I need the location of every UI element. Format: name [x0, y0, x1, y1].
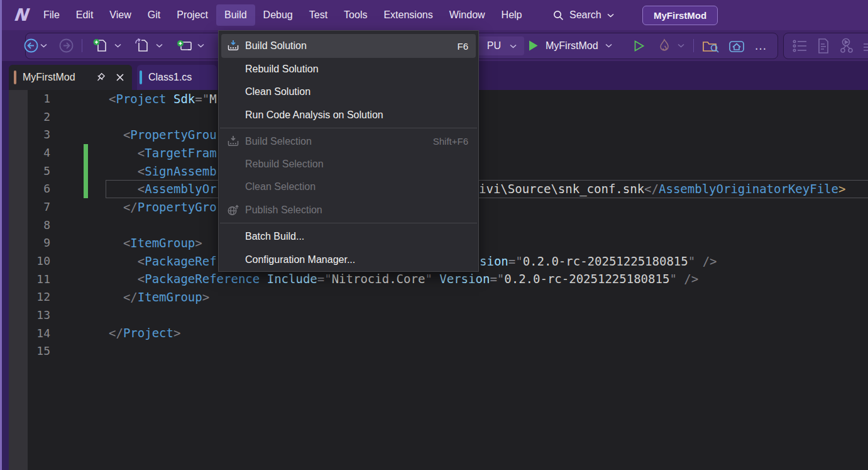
start-without-debug-icon[interactable]: [634, 30, 645, 61]
start-debug-button[interactable]: MyFirstMod: [528, 30, 612, 61]
hot-reload-icon: [657, 30, 671, 61]
tab-label: MyFirstMod: [23, 72, 75, 83]
change-tracking-bar: [84, 144, 88, 162]
code-line-12[interactable]: </ItemGroup>: [109, 288, 868, 306]
pin-icon[interactable]: [94, 72, 106, 83]
menu-item-label: Batch Build...: [245, 231, 304, 242]
test-run-icon: [840, 30, 857, 61]
build-icon: [226, 135, 245, 148]
menu-item-label: Configuration Manager...: [245, 254, 355, 266]
back-button[interactable]: [23, 30, 39, 61]
toolbar-separator: [693, 39, 694, 52]
visual-studio-window: N FileEditViewGitProjectBuildDebugTestTo…: [0, 0, 868, 470]
visual-studio-logo-icon: N: [9, 5, 32, 25]
open-file-chevron[interactable]: [156, 30, 163, 61]
platform-combo-text: PU: [487, 40, 501, 52]
menu-item-clean-solution[interactable]: Clean Solution: [219, 81, 478, 103]
find-in-files-icon[interactable]: [702, 30, 720, 61]
search-label: Search: [569, 9, 602, 21]
new-file-icon[interactable]: [92, 30, 109, 61]
menubar-item-tools[interactable]: Tools: [336, 4, 375, 26]
menubar-item-build[interactable]: Build: [216, 4, 255, 26]
menu-item-run-code-analysis-on-solution[interactable]: Run Code Analysis on Solution: [219, 103, 478, 126]
menu-bar: FileEditViewGitProjectBuildDebugTestTool…: [35, 4, 530, 26]
menu-item-label: Rebuild Solution: [245, 64, 319, 75]
menu-item-build-solution[interactable]: Build SolutionF6: [221, 34, 476, 58]
overflow-dots[interactable]: …: [754, 30, 767, 61]
back-history-chevron[interactable]: [40, 30, 47, 61]
menubar-item-edit[interactable]: Edit: [68, 4, 102, 26]
menubar-item-extensions[interactable]: Extensions: [375, 4, 441, 26]
forward-button: [58, 30, 74, 61]
menu-item-rebuild-solution[interactable]: Rebuild Solution: [219, 58, 478, 81]
tab-accent-bar: [140, 70, 142, 84]
home-icon[interactable]: [728, 30, 745, 61]
menubar-item-test[interactable]: Test: [301, 4, 336, 26]
menubar-item-project[interactable]: Project: [168, 4, 216, 26]
menu-item-build-selection: Build SelectionShift+F6: [219, 130, 478, 153]
menubar-item-file[interactable]: File: [35, 4, 68, 26]
code-line-13[interactable]: [109, 306, 868, 325]
new-file-chevron[interactable]: [114, 30, 121, 61]
code-line-15[interactable]: [109, 342, 868, 361]
menu-item-clean-selection: Clean Selection: [219, 176, 478, 198]
menu-item-rebuild-selection: Rebuild Selection: [219, 153, 478, 176]
task-list-icon: [792, 30, 808, 61]
tab-label: Class1.cs: [148, 72, 192, 83]
glyph-margin: [9, 90, 28, 470]
hot-reload-chevron: [678, 30, 684, 61]
open-file-icon[interactable]: [134, 30, 150, 61]
menu-item-label: Publish Selection: [245, 204, 322, 216]
tab-class1-cs[interactable]: Class1.cs: [137, 65, 217, 90]
code-line-11[interactable]: <PackageReference Include="Nitrocid.Core…: [109, 270, 868, 288]
publish-icon: [226, 204, 245, 216]
menubar-item-view[interactable]: View: [101, 4, 139, 26]
menu-item-shortcut: Shift+F6: [433, 136, 468, 147]
chevron-down-icon: [605, 43, 612, 48]
toolbar-separator: [82, 39, 82, 52]
build-icon: [226, 40, 245, 52]
solution-name-badge[interactable]: MyFirstMod: [642, 6, 718, 25]
change-tracking-bar: [84, 162, 88, 181]
search-icon: [553, 10, 564, 21]
chevron-down-icon: [607, 13, 614, 18]
menu-item-label: Build Solution: [245, 40, 307, 52]
menubar-item-help[interactable]: Help: [493, 4, 530, 26]
menubar-item-debug[interactable]: Debug: [255, 4, 301, 26]
menu-item-publish-selection: Publish Selection: [219, 198, 478, 221]
tab-myfirstmod[interactable]: MyFirstMod: [9, 65, 132, 90]
menu-item-label: Run Code Analysis on Solution: [245, 109, 383, 121]
title-bar: N FileEditViewGitProjectBuildDebugTestTo…: [0, 0, 868, 30]
run-target-label: MyFirstMod: [546, 40, 598, 52]
add-item-chevron[interactable]: [197, 30, 204, 61]
code-line-14[interactable]: </Project>: [109, 324, 868, 342]
build-dropdown-menu: Build SolutionF6Rebuild SolutionClean So…: [218, 30, 479, 272]
menubar-item-window[interactable]: Window: [441, 4, 493, 26]
change-tracking-bar: [84, 180, 88, 198]
menu-item-label: Clean Selection: [245, 181, 316, 193]
document-icon: [816, 30, 830, 61]
search-control[interactable]: Search: [553, 4, 614, 26]
menu-item-configuration-manager[interactable]: Configuration Manager...: [219, 248, 478, 271]
line-numbers: 123456789101112131415: [28, 90, 50, 361]
feedback-icon: [862, 30, 868, 61]
close-icon[interactable]: [114, 72, 126, 83]
menu-item-label: Rebuild Selection: [245, 159, 324, 170]
window-left-border: [0, 0, 2, 470]
menu-item-batch-build[interactable]: Batch Build...: [219, 225, 478, 248]
menu-item-shortcut: F6: [457, 41, 468, 52]
menu-item-label: Clean Solution: [245, 86, 310, 98]
add-item-icon[interactable]: [176, 30, 194, 61]
chevron-down-icon: [510, 44, 517, 48]
tab-accent-bar: [14, 70, 16, 84]
menubar-item-git[interactable]: Git: [140, 4, 168, 26]
menu-item-label: Build Selection: [245, 136, 312, 147]
